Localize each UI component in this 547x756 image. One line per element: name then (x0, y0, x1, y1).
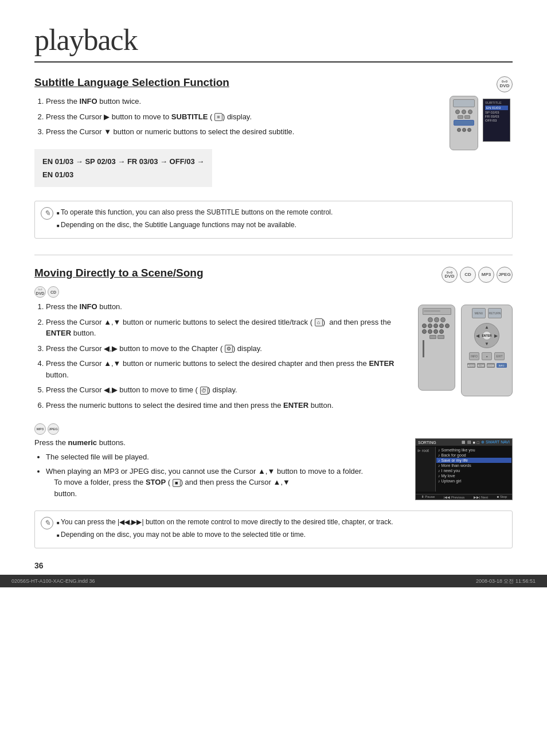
remote-btns-row2 (458, 115, 470, 119)
footer-right: 2008-03-18 오전 11:56:51 (476, 578, 536, 585)
cable (423, 340, 424, 357)
time-icon: ⏱ (200, 387, 208, 395)
note2-line2: Depending on the disc, you may not be ab… (57, 529, 504, 540)
sequence-line1: EN 01/03 → SP 02/03 → FR 03/03 → OFF/03 … (42, 155, 204, 168)
section2-block: Moving Directly to a Scene/Song 0+0 DVD … (34, 267, 513, 548)
section1-note: ✎ To operate this function, you can also… (34, 201, 513, 239)
sort-icon1: ▦ (462, 440, 466, 445)
sequence-box: EN 01/03 → SP 02/03 → FR 03/03 → OFF/03 … (34, 149, 212, 188)
slow-btn: SLOW (477, 363, 485, 368)
note-icon-s1: ✎ (41, 207, 53, 220)
subtitle-icon: ≡ (214, 113, 222, 121)
sort-item-7: ♪ Uptown girl (436, 478, 511, 484)
note-icon-s2: ✎ (41, 517, 53, 529)
nav-right-arrow: ▶ (494, 333, 498, 338)
note1-line1: To operate this function, you can also p… (57, 207, 504, 217)
n1 (422, 324, 427, 328)
music-note1: ♪ (438, 448, 440, 452)
remote-right-s2: MENU RETURN ▲ ▼ ◀ ▶ ENTER INFO ● EXIT (461, 305, 513, 396)
nav-down-arrow: ▼ (485, 341, 489, 346)
info-bold-2: INFO (80, 302, 97, 311)
mp3-jpeg-section: MP3 JPEG Press the numeric buttons. The … (34, 423, 513, 504)
note2-line1: You can press the |◀◀,▶▶| button on the … (57, 517, 504, 527)
sub-dvd-icon: 0+0 DVD (34, 286, 46, 298)
section2-steps: Press the INFO button. Press the Cursor … (34, 301, 409, 411)
dvd-badge-s1: 0+0 DVD (497, 76, 513, 92)
section1-header: Subtitle Language Selection Function 0+0… (34, 76, 513, 96)
root-item: ⊳ root (417, 449, 433, 453)
r-btn1 (428, 317, 433, 322)
music-note6: ♪ (438, 474, 440, 478)
music-note5: ♪ (438, 469, 440, 473)
remote-btn3 (468, 110, 472, 114)
sub-cd-icon: CD (48, 286, 59, 298)
sort-tree: ⊳ root (416, 447, 436, 492)
chapter-icon: ⚙ (225, 345, 233, 353)
jpeg-badge-s2: JPEG (497, 267, 513, 283)
section1-block: Subtitle Language Selection Function 0+0… (34, 76, 513, 239)
screen-panel-s1: SUBTITLE EN 01/03 SP 02/03 FR 03/03 OFF/… (483, 99, 510, 142)
subtitle-bold: SUBTITLE (171, 112, 208, 121)
section2-badges: 0+0 DVD CD MP3 JPEG (441, 267, 513, 283)
sort-icons: ▦ ▤ ■ □ ⊕ SMART NAVI (462, 440, 510, 445)
sort-screen: SORTING ▦ ▤ ■ □ ⊕ SMART NAVI ⊳ root (415, 438, 513, 500)
sort-icon2: ▤ (467, 440, 471, 445)
r-rect2 (437, 335, 444, 339)
mp3-icon: MP3 (34, 423, 46, 435)
mp3-bullets: The selected file will be played. When p… (34, 451, 406, 499)
remote-sm-btn2 (462, 128, 466, 132)
sort-item-4: ♪ More than words (436, 463, 511, 468)
section1-header-left: Subtitle Language Selection Function (34, 76, 491, 96)
section2-header-left: Moving Directly to a Scene/Song (34, 267, 436, 286)
info-bold-1: INFO (80, 97, 97, 106)
step2-5: Press the Cursor ◀,▶ button to move to t… (46, 384, 409, 396)
enter-bold-1: ENTER (46, 329, 71, 337)
section1-steps: Press the INFO button twice. Press the C… (34, 96, 440, 138)
remote-btn1 (455, 110, 460, 114)
nav-ring: ▲ ▼ ◀ ▶ ENTER (474, 323, 499, 348)
remote-top-s2: ════════ (423, 308, 451, 315)
n8 (433, 329, 438, 334)
sort-item-5: ♪ I need you (436, 468, 511, 473)
smart-navi: ⊕ SMART NAVI (481, 440, 510, 445)
stop-btn-f: ■ Stop (497, 495, 507, 499)
nav-up-arrow: ▲ (485, 325, 489, 330)
enter-bold-3: ENTER (283, 401, 308, 410)
n5 (445, 324, 450, 328)
remote-sm-btn1 (457, 128, 461, 132)
r-btn2 (434, 317, 439, 322)
step1-2: Press the Cursor ▶ button to move to SUB… (46, 111, 440, 123)
sort-icon3: ■ (473, 441, 475, 445)
section2-header: Moving Directly to a Scene/Song 0+0 DVD … (34, 267, 513, 286)
nav-left-arrow: ◀ (476, 333, 479, 338)
mp3-text-block: Press the numeric buttons. The selected … (34, 438, 406, 504)
dvd-badge-s2: 0+0 DVD (441, 267, 458, 283)
enter-bold-2: ENTER (369, 359, 394, 368)
step2-3: Press the Cursor ◀,▶ button to move to t… (46, 343, 409, 354)
mp3-press-text: Press the numeric buttons. (34, 438, 406, 447)
menu-label: MENU (472, 308, 486, 318)
section2-content: Press the INFO button. Press the Cursor … (34, 301, 513, 416)
music-note3: ♪ (438, 458, 440, 462)
step2-4: Press the Cursor ▲,▼ button or numeric b… (46, 358, 409, 380)
remote-rect-btn2 (464, 115, 470, 119)
n7 (428, 329, 432, 334)
sort-icon4: □ (477, 441, 479, 445)
note1-line2: Depending on the disc, the Subtitle Lang… (57, 220, 504, 230)
page-number: 36 (34, 561, 44, 570)
return-label: RETURN (488, 308, 502, 318)
rp-top-row: MENU RETURN (472, 308, 502, 318)
cd-badge-s2: CD (460, 267, 476, 283)
remote-highlight-btn (454, 120, 474, 126)
bullet-2: When playing an MP3 or JPEG disc, you ca… (46, 466, 406, 500)
remote-btns-row3 (457, 128, 471, 132)
remote-body-s1 (450, 96, 478, 150)
sub-disc-icons-dvd-cd: 0+0 DVD CD (34, 286, 513, 298)
remote-left-s2: ════════ (418, 305, 455, 391)
sort-footer: ⏸ Pause |◀◀ Previous ▶▶| Next ■ Stop (416, 494, 512, 500)
exit-btn: EXIT (494, 352, 505, 360)
screen-off: OFF/03 (485, 119, 508, 122)
screen-title-s1: SUBTITLE (485, 101, 508, 104)
remote-btn2 (462, 110, 466, 114)
remote-sm-btn3 (467, 128, 471, 132)
